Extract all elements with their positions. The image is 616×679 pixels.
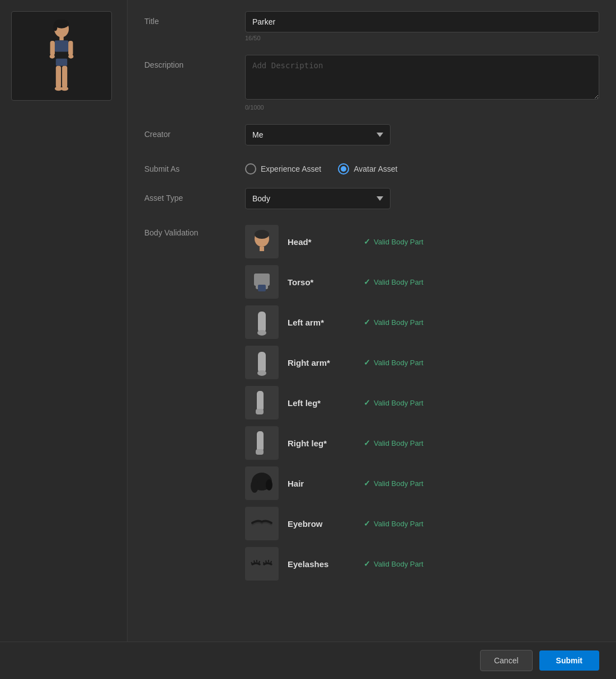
table-row: Left arm* ✓ Valid Body Part xyxy=(245,303,599,341)
title-control: 16/50 xyxy=(245,11,599,41)
hair-name: Hair xyxy=(288,479,355,488)
head-icon xyxy=(248,228,276,256)
eyelashes-thumb xyxy=(245,547,279,581)
avatar-figure xyxy=(39,20,84,92)
svg-rect-4 xyxy=(55,40,68,51)
svg-line-33 xyxy=(254,560,255,563)
right-leg-status-text: Valid Body Part xyxy=(374,439,424,447)
eyebrow-thumb xyxy=(245,507,279,540)
creator-row: Creator Me xyxy=(144,124,599,145)
check-icon: ✓ xyxy=(364,438,370,447)
eyelashes-name: Eyelashes xyxy=(288,559,355,569)
radio-group: Experience Asset Avatar Asset xyxy=(245,159,599,175)
left-leg-status: ✓ Valid Body Part xyxy=(364,398,424,407)
radio-experience-asset[interactable]: Experience Asset xyxy=(245,163,321,175)
left-arm-name: Left arm* xyxy=(288,318,355,327)
torso-name: Torso* xyxy=(288,277,355,287)
radio-avatar-label: Avatar Asset xyxy=(354,164,397,173)
hair-thumb xyxy=(245,466,279,500)
check-icon: ✓ xyxy=(364,398,370,407)
svg-point-30 xyxy=(251,479,258,493)
svg-line-32 xyxy=(251,562,252,564)
head-status: ✓ Valid Body Part xyxy=(364,237,424,246)
check-icon: ✓ xyxy=(364,318,370,327)
svg-rect-20 xyxy=(258,285,266,291)
eyebrow-status: ✓ Valid Body Part xyxy=(364,519,424,528)
svg-line-39 xyxy=(271,561,271,563)
svg-rect-3 xyxy=(59,36,63,40)
svg-point-11 xyxy=(61,87,68,91)
table-row: Head* ✓ Valid Body Part xyxy=(245,223,599,261)
table-row: Eyebrow ✓ Valid Body Part xyxy=(245,504,599,543)
body-parts-list: Head* ✓ Valid Body Part xyxy=(245,223,599,583)
eyebrow-status-text: Valid Body Part xyxy=(374,520,424,528)
torso-status-text: Valid Body Part xyxy=(374,278,424,286)
body-validation-list: Head* ✓ Valid Body Part xyxy=(245,223,599,583)
eyebrow-name: Eyebrow xyxy=(288,519,355,529)
right-arm-status: ✓ Valid Body Part xyxy=(364,358,424,367)
description-label: Description xyxy=(144,55,245,69)
right-leg-thumb xyxy=(245,426,279,460)
eyelashes-status-text: Valid Body Part xyxy=(374,560,424,568)
check-icon: ✓ xyxy=(364,479,370,488)
eyelashes-icon xyxy=(248,550,276,578)
svg-point-2 xyxy=(53,23,57,31)
radio-circle-experience xyxy=(245,163,256,175)
left-leg-icon xyxy=(248,389,276,417)
table-row: Torso* ✓ Valid Body Part xyxy=(245,263,599,301)
radio-circle-avatar xyxy=(338,163,349,175)
svg-rect-16 xyxy=(260,247,264,251)
description-control: 0/1000 xyxy=(245,55,599,111)
title-input[interactable] xyxy=(245,11,599,32)
svg-rect-27 xyxy=(257,431,264,451)
asset-type-select[interactable]: Body xyxy=(245,188,391,209)
head-name: Head* xyxy=(288,237,355,247)
svg-point-22 xyxy=(257,330,266,336)
left-leg-thumb xyxy=(245,386,279,419)
avatar-preview xyxy=(11,11,112,101)
svg-rect-18 xyxy=(254,274,258,286)
svg-rect-19 xyxy=(265,274,270,286)
table-row: Eyelashes ✓ Valid Body Part xyxy=(245,545,599,583)
left-leg-status-text: Valid Body Part xyxy=(374,399,424,407)
check-icon: ✓ xyxy=(364,358,370,367)
right-arm-icon xyxy=(248,348,276,376)
submit-as-label: Submit As xyxy=(144,159,245,173)
torso-icon xyxy=(248,268,276,296)
radio-avatar-asset[interactable]: Avatar Asset xyxy=(338,163,397,175)
check-icon: ✓ xyxy=(364,519,370,528)
creator-label: Creator xyxy=(144,124,245,139)
svg-point-10 xyxy=(55,87,62,91)
description-char-count: 0/1000 xyxy=(245,104,599,111)
asset-type-label: Asset Type xyxy=(144,188,245,202)
svg-rect-21 xyxy=(258,312,266,333)
main-content: Title 16/50 Description 0/1000 Creator M… xyxy=(128,0,616,642)
left-arm-status-text: Valid Body Part xyxy=(374,318,424,327)
svg-rect-26 xyxy=(256,409,264,414)
svg-rect-25 xyxy=(257,391,264,411)
table-row: Right leg* ✓ Valid Body Part xyxy=(245,424,599,462)
table-row: Right arm* ✓ Valid Body Part xyxy=(245,343,599,381)
torso-thumb xyxy=(245,265,279,299)
submit-button[interactable]: Submit xyxy=(539,650,599,671)
right-arm-thumb xyxy=(245,346,279,379)
check-icon: ✓ xyxy=(364,559,370,568)
head-thumb xyxy=(245,225,279,258)
description-textarea[interactable] xyxy=(245,55,599,100)
asset-type-row: Asset Type Body xyxy=(144,188,599,209)
svg-rect-8 xyxy=(56,66,61,88)
body-validation-row: Body Validation Head* xyxy=(144,223,599,583)
svg-point-15 xyxy=(255,230,269,239)
footer: Cancel Submit xyxy=(0,642,616,679)
svg-line-35 xyxy=(259,561,260,563)
creator-select[interactable]: Me xyxy=(245,124,391,145)
svg-point-13 xyxy=(68,54,73,58)
hair-icon xyxy=(248,469,276,497)
svg-rect-6 xyxy=(50,41,55,55)
cancel-button[interactable]: Cancel xyxy=(480,650,533,671)
hair-status: ✓ Valid Body Part xyxy=(364,479,424,488)
title-label: Title xyxy=(144,11,245,26)
svg-rect-7 xyxy=(68,41,73,55)
radio-experience-label: Experience Asset xyxy=(261,164,321,173)
svg-rect-23 xyxy=(258,352,266,373)
